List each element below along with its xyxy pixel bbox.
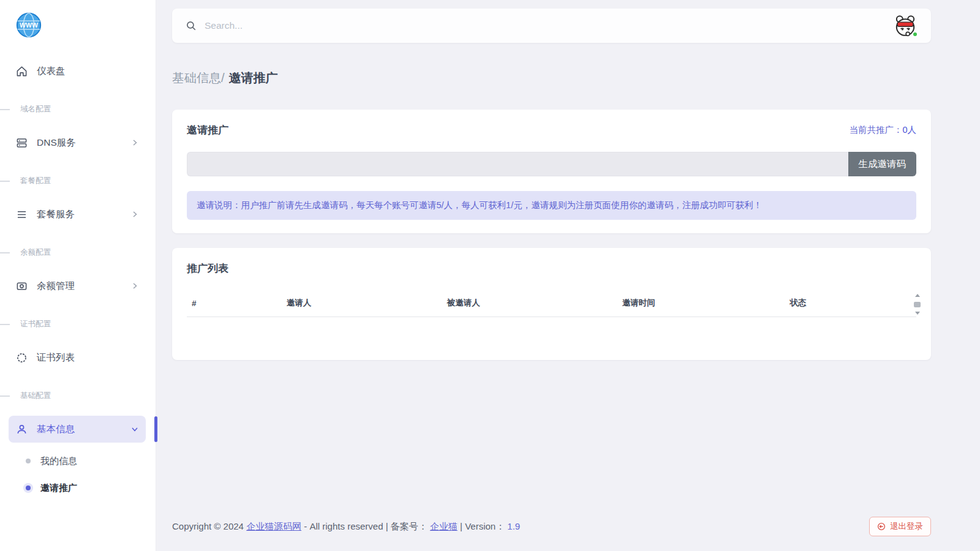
chevron-down-icon: [131, 425, 138, 433]
logout-label: 退出登录: [890, 521, 923, 532]
sidebar-section-package: 套餐配置: [0, 176, 156, 186]
main-content: 基础信息/邀请推广 邀请推广 当前共推广：0人 生成邀请码 邀请说明：用户推广前…: [156, 0, 980, 551]
content-spacer: [172, 375, 931, 507]
invite-count-label: 当前共推广：: [849, 125, 902, 135]
column-header-inviter: 邀请人: [282, 291, 442, 317]
chevron-right-icon: [131, 282, 138, 290]
column-header-time: 邀请时间: [617, 291, 785, 317]
section-divider: [0, 109, 10, 110]
sidebar-section-label: 基础配置: [20, 391, 51, 401]
sidebar-item-label: DNS服务: [37, 137, 122, 149]
sidebar-subitem-invite[interactable]: 邀请推广: [18, 476, 146, 500]
promotion-list-card: 推广列表 # 邀请人 被邀请人 邀请时间 状态: [172, 248, 931, 360]
sidebar-subitem-my-info[interactable]: 我的信息: [18, 449, 146, 473]
sidebar-section-certificate: 证书配置: [0, 319, 156, 329]
version-value: 1.9: [507, 521, 520, 531]
active-indicator: [154, 416, 157, 442]
column-header-index: #: [187, 291, 282, 317]
sidebar-item-packages[interactable]: 套餐服务: [9, 201, 146, 228]
column-header-status: 状态: [785, 291, 916, 317]
sidebar-item-label: 证书列表: [37, 351, 138, 364]
invite-count: 当前共推广：0人: [849, 124, 916, 136]
promotion-table: # 邀请人 被邀请人 邀请时间 状态: [187, 291, 916, 347]
sidebar-section-balance: 余额配置: [0, 247, 156, 258]
table-scrollbar[interactable]: [913, 294, 921, 315]
sidebar-item-label: 基本信息: [37, 423, 122, 436]
section-divider: [0, 252, 10, 253]
generate-invite-code-button[interactable]: 生成邀请码: [848, 152, 917, 176]
globe-www-icon: WWW: [15, 11, 43, 39]
invite-card-title: 邀请推广: [187, 123, 228, 137]
icp-link[interactable]: 企业猫: [430, 521, 458, 531]
search-input[interactable]: [205, 20, 893, 31]
svg-text:WWW: WWW: [20, 21, 38, 29]
invite-count-value: 0人: [902, 125, 916, 135]
sidebar-item-certificates[interactable]: 证书列表: [9, 344, 146, 371]
sidebar-section-label: 套餐配置: [20, 176, 51, 186]
copyright-prefix: Copyright © 2024: [172, 521, 246, 531]
app-logo[interactable]: WWW: [0, 11, 156, 42]
invite-code-group: 生成邀请码: [187, 152, 916, 176]
dns-server-icon: [16, 137, 28, 149]
sidebar-section-label: 域名配置: [20, 104, 51, 114]
user-icon: [16, 424, 28, 435]
sidebar-section-basic: 基础配置: [0, 391, 156, 401]
sidebar-section-domain: 域名配置: [0, 104, 156, 114]
column-header-invitee: 被邀请人: [442, 291, 617, 317]
list-icon: [16, 209, 28, 220]
sidebar-item-basic-info[interactable]: 基本信息: [9, 416, 146, 443]
invite-code-input[interactable]: [187, 152, 848, 176]
sidebar-section-label: 余额配置: [20, 247, 51, 258]
top-header-bar: [172, 9, 931, 43]
scroll-down-arrow-icon[interactable]: [915, 312, 920, 315]
copyright-text: Copyright © 2024 企业猫源码网 - All rights res…: [172, 521, 520, 533]
section-divider: [0, 181, 10, 182]
scroll-up-arrow-icon[interactable]: [915, 294, 920, 297]
user-avatar[interactable]: [893, 13, 918, 38]
sidebar-item-dns[interactable]: DNS服务: [9, 129, 146, 156]
wallet-icon: [16, 280, 28, 292]
scrollbar-thumb[interactable]: [914, 302, 921, 307]
breadcrumb-parent[interactable]: 基础信息/: [172, 71, 225, 84]
sidebar-subitem-label: 邀请推广: [40, 482, 77, 494]
promotion-list-title: 推广列表: [187, 261, 916, 276]
sidebar-item-label: 仪表盘: [37, 65, 138, 78]
version-label: | Version：: [458, 521, 507, 531]
sidebar-item-dashboard[interactable]: 仪表盘: [9, 58, 146, 84]
page-footer: Copyright © 2024 企业猫源码网 - All rights res…: [172, 507, 931, 551]
bullet-dot-icon: [26, 485, 31, 490]
chevron-right-icon: [131, 139, 138, 146]
section-divider: [0, 324, 10, 325]
online-status-dot: [912, 31, 918, 37]
sidebar-item-label: 套餐服务: [37, 208, 122, 221]
sidebar-item-label: 余额管理: [37, 280, 122, 293]
sidebar-section-label: 证书配置: [20, 319, 51, 329]
home-icon: [16, 66, 28, 77]
copyright-middle: - All rights reserved | 备案号：: [301, 521, 430, 531]
breadcrumb-current: 邀请推广: [229, 71, 278, 84]
logout-arrow-icon: [877, 522, 886, 531]
bullet-dot-icon: [26, 459, 31, 463]
certificate-icon: [16, 352, 28, 364]
invite-card: 邀请推广 当前共推广：0人 生成邀请码 邀请说明：用户推广前请先生成邀请码，每天…: [172, 110, 931, 233]
breadcrumb: 基础信息/邀请推广: [172, 70, 931, 86]
search-icon: [186, 20, 197, 31]
logout-button[interactable]: 退出登录: [869, 517, 931, 536]
table-header-row: # 邀请人 被邀请人 邀请时间 状态: [187, 291, 916, 317]
invite-notice-alert: 邀请说明：用户推广前请先生成邀请码，每天每个账号可邀请5/人，每人可获利1/元，…: [187, 191, 916, 220]
empty-table-body: [187, 317, 916, 347]
section-divider: [0, 395, 10, 397]
sidebar-item-balance[interactable]: 余额管理: [9, 272, 146, 299]
site-link[interactable]: 企业猫源码网: [246, 521, 301, 531]
sidebar: WWW 仪表盘 域名配置 DNS服务 套餐配置 套餐服务: [0, 0, 156, 551]
sidebar-subitem-label: 我的信息: [40, 455, 77, 467]
chevron-right-icon: [131, 211, 138, 218]
